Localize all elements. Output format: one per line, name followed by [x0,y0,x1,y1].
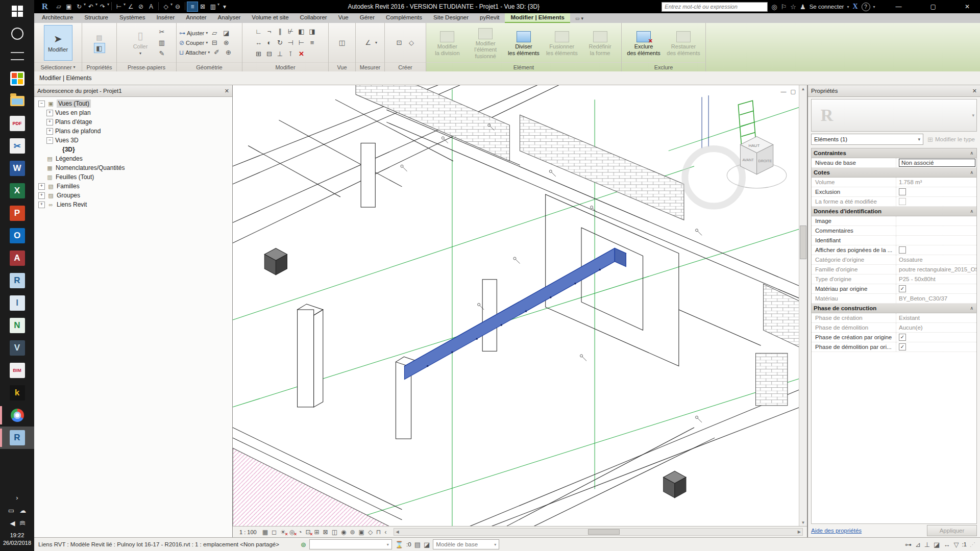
close-button[interactable]: ✕ [965,3,970,10]
sun-path-icon[interactable]: ☀× [280,529,286,536]
property-value[interactable]: ✓ [896,284,976,293]
trim-single-icon[interactable]: ⊢ [297,37,307,48]
worksharing-display-icon[interactable]: ⊚ [350,529,355,536]
analytical-icon[interactable]: ◇ [368,529,373,536]
minimize-button[interactable]: — [896,3,902,10]
ribbon-display-toggle[interactable]: ▭ ▾ [575,13,583,23]
mirror-pick-icon[interactable]: ◧ [297,26,307,37]
temporary-hide-icon[interactable]: ◫ [332,529,337,536]
match-type-icon[interactable]: ✎ [157,49,167,58]
tab-vue[interactable]: Vue [333,13,354,23]
split-element-icon[interactable]: ∥ [275,26,285,37]
kubity[interactable]: k [0,382,34,404]
inventor[interactable]: I [0,292,34,314]
trim-corner-icon[interactable]: ⊣ [286,37,296,48]
subscription-center-icon[interactable]: ⚐ [781,3,787,11]
tree-item-vues-3d[interactable]: −Vues 3D [34,136,232,145]
project-browser-close-icon[interactable]: ✕ [225,88,229,94]
ajuster-caret-icon[interactable]: ▾ [206,31,208,35]
select-links-icon[interactable]: ⊶ [905,541,912,548]
undo-icon[interactable]: ↶ [86,2,96,11]
tree-expander-icon[interactable]: + [38,192,45,199]
tree-expander-icon[interactable]: − [46,137,53,144]
tree-item-3d[interactable]: {3D} [34,145,232,154]
property-value[interactable] [896,187,976,196]
cut-icon[interactable]: ✂ [157,28,167,37]
tab-structure[interactable]: Structure [79,13,114,23]
exclure-des-l-ments-button[interactable]: ✕Exclure des éléments [624,29,663,56]
drawing-area[interactable]: HAUT AVANT DROITE — ▢ ▲ ▼ 1 : 100 ▦◻☀ [233,85,807,537]
scale-icon[interactable]: ⊟ [264,48,275,59]
modify-button[interactable]: ➤ Modifier [44,25,72,61]
scroll-up-icon[interactable]: ▲ [801,85,805,93]
tree-item-plans-d-tage[interactable]: +Plans d'étage [34,117,232,127]
properties-close-icon[interactable]: ✕ [972,88,977,94]
redo-icon[interactable]: ↷ [97,2,108,11]
unjoin-icon[interactable]: ⊗ [221,38,231,47]
tree-item-plans-de-plafond[interactable]: +Plans de plafond [34,127,232,136]
open-icon[interactable]: ▱ [54,2,64,11]
help-icon[interactable]: ? [862,3,870,11]
property-checkbox[interactable]: ✓ [899,285,906,292]
copy-element-icon[interactable]: ◐ [264,37,275,48]
volume-icon[interactable]: ◀ [10,519,15,527]
property-checkbox[interactable]: ✓ [899,343,906,350]
property-section-cotes[interactable]: Cotes∧ [812,168,976,178]
rotate-icon[interactable]: ↻ [275,37,285,48]
thin-lines-icon[interactable]: ≡ [187,2,198,11]
tree-expander-icon[interactable]: + [46,110,53,116]
property-section-contraintes[interactable]: Contraintes∧ [812,148,976,158]
revit[interactable]: R [0,269,34,292]
scroll-left-icon[interactable]: ◀ [394,530,400,534]
navisworks[interactable]: N [0,314,34,337]
chrome[interactable] [0,404,34,427]
type-properties-icon[interactable]: ◧ [94,43,105,53]
lock-3d-icon[interactable]: ⊠ [323,529,328,536]
copy-icon[interactable]: ▥ [157,38,167,47]
autocad[interactable]: A [0,247,34,269]
sign-in-person-icon[interactable]: ♟ [800,3,806,11]
tab-collaborer[interactable]: Collaborer [295,13,333,23]
move-icon[interactable]: ↔ [254,37,264,48]
temporary-view-icon[interactable]: ▣ [359,529,364,536]
pdf-architect[interactable]: PDF [0,112,34,135]
select-underlay-icon[interactable]: ⊿ [915,541,921,548]
property-checkbox[interactable]: ✓ [899,334,906,341]
tab-analyser[interactable]: Analyser [212,13,247,23]
mirror-draw-icon[interactable]: ◨ [307,26,317,37]
sign-in-button[interactable]: Se connecter [810,4,844,10]
measure-tool-icon-caret[interactable]: ▾ [375,40,377,45]
editing-requests-icon[interactable]: ⌛ [395,541,403,548]
outlook[interactable]: O [0,224,34,247]
scroll-down-icon[interactable]: ▼ [801,519,805,527]
property-checkbox[interactable] [899,188,906,195]
section-collapse-icon[interactable]: ∧ [970,148,976,158]
tree-expander-icon[interactable]: + [38,183,45,190]
rendering-icon[interactable]: ◔ [298,529,302,536]
crop-view-icon[interactable]: ⊡× [305,529,310,536]
tab-volume-et-site[interactable]: Volume et site [246,13,294,23]
viewcube-top-label[interactable]: HAUT [748,143,760,148]
measure-icon[interactable]: ∠ [126,2,136,11]
property-section-donn-es-d-identification[interactable]: Données d'identification∧ [812,207,976,216]
tab-g-rer[interactable]: Gérer [354,13,380,23]
tree-item-nomenclatures-quantit-s[interactable]: ▦Nomenclatures/Quantités [34,163,232,172]
show-crop-icon[interactable]: ⊞ [314,529,320,536]
property-value[interactable]: ✓ [896,342,976,352]
tree-item-l-gendes[interactable]: ▤Légendes [34,154,232,163]
bimsight[interactable]: BIM [0,359,34,382]
visibility-icon[interactable]: ◫ [337,38,347,47]
panel-label-select[interactable]: Sélectionner▾ [34,62,82,71]
property-value[interactable]: Non associé [896,158,976,167]
tree-item-vues-tout[interactable]: −▣Vues (Tout) [34,99,232,108]
edit-type-button[interactable]: ⊞ Modifier le type [925,136,977,143]
section-collapse-icon[interactable]: ∧ [970,207,976,216]
type-preview-caret-icon[interactable]: ▾ [972,113,974,118]
worksets-icon[interactable]: ⊚ [301,541,306,548]
onedrive-cloud-icon[interactable]: ☁ [19,507,26,514]
revit-app-menu-icon[interactable]: R [37,1,53,12]
tag-icon[interactable]: ⊘ [136,2,146,11]
tree-item-groupes[interactable]: +▨Groupes [34,191,232,200]
section-collapse-icon[interactable]: ∧ [970,304,976,313]
couper-caret-icon[interactable]: ▾ [206,40,208,45]
